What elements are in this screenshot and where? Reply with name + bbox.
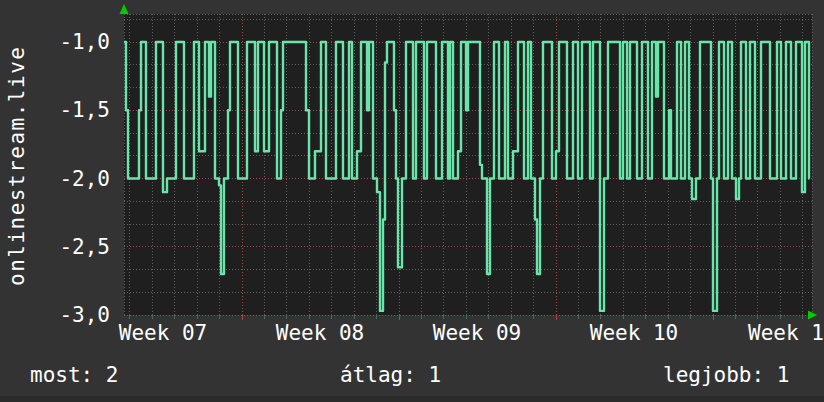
stat-most: most: 2: [30, 362, 119, 388]
x-tick-label: Week 08: [276, 320, 365, 346]
y-tick-label: -2,5: [0, 234, 110, 260]
x-tick-label: Week 07: [119, 320, 208, 346]
y-tick-label: -1,5: [0, 97, 110, 123]
x-tick-label: Week 10: [590, 320, 679, 346]
stat-atlag: átlag: 1: [340, 362, 441, 388]
graph-window: { "window": { "bg": "#333333" }, "stats"…: [0, 0, 824, 402]
window-bottom-edge: [0, 396, 824, 402]
x-tick-label: Week 1: [748, 320, 824, 346]
stat-legjobb: legjobb: 1: [663, 362, 789, 388]
y-tick-label: -3,0: [0, 302, 110, 328]
x-tick-label: Week 09: [433, 320, 522, 346]
y-tick-label: -1,0: [0, 29, 110, 55]
y-tick-label: -2,0: [0, 166, 110, 192]
